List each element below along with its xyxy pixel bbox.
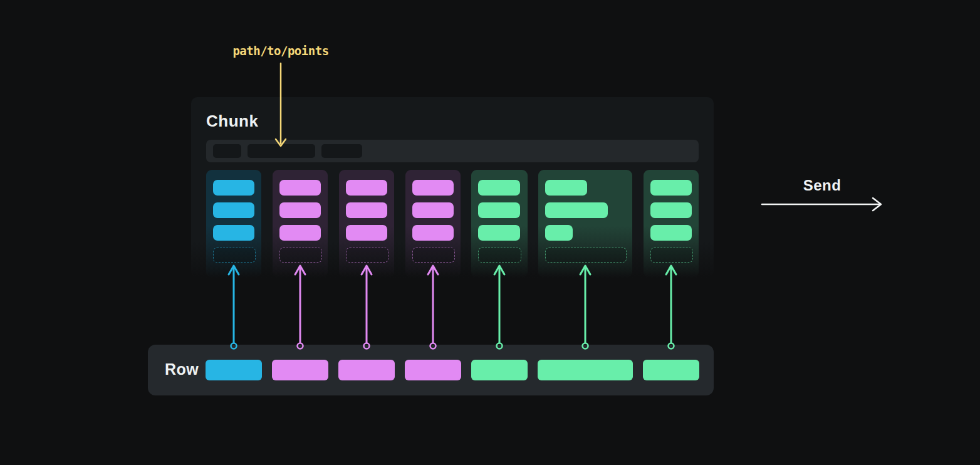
row-cell: [471, 360, 528, 380]
placeholder-slot: [650, 248, 693, 263]
field-block: [213, 202, 254, 218]
chunk-column-green: [538, 170, 632, 278]
placeholder-slot: [412, 248, 455, 263]
flow-arrow: [295, 266, 305, 349]
flow-arrow: [428, 266, 438, 349]
chunk-title: Chunk: [206, 112, 258, 131]
chunk-column-violet: [405, 170, 461, 278]
row-cell: [405, 360, 461, 380]
flow-arrow: [362, 266, 372, 349]
field-block: [478, 180, 520, 196]
field-block: [545, 225, 573, 241]
chunk-column-violet: [339, 170, 394, 278]
field-block: [279, 225, 321, 241]
flow-arrow: [666, 266, 676, 349]
toolbar-pill: [321, 144, 362, 158]
field-block: [478, 225, 520, 241]
field-block: [545, 180, 587, 196]
toolbar-pill: [213, 144, 241, 158]
field-block: [279, 202, 321, 218]
flow-arrow: [229, 266, 239, 349]
field-block: [650, 180, 692, 196]
path-annotation-label: path/to/points: [218, 44, 343, 58]
row-bar: Row: [148, 345, 714, 395]
send-label: Send: [762, 177, 882, 194]
placeholder-slot: [545, 248, 627, 263]
placeholder-slot: [478, 248, 521, 263]
field-block: [412, 225, 454, 241]
field-block: [412, 202, 454, 218]
row-cell: [643, 360, 699, 380]
chunk-column-cyan: [206, 170, 261, 278]
field-block: [346, 225, 387, 241]
placeholder-slot: [213, 248, 256, 263]
send-arrow: [762, 198, 881, 211]
toolbar-pill: [248, 144, 315, 158]
row-cell: [338, 360, 395, 380]
row-label: Row: [165, 360, 199, 379]
field-block: [545, 202, 608, 218]
field-block: [650, 225, 692, 241]
chunk-column-violet: [273, 170, 328, 278]
field-block: [650, 202, 692, 218]
field-block: [346, 180, 387, 196]
chunk-column-green: [471, 170, 528, 278]
field-block: [279, 180, 321, 196]
field-block: [213, 225, 254, 241]
chunk-column-green: [644, 170, 699, 278]
row-cell: [206, 360, 262, 380]
field-block: [346, 202, 387, 218]
flow-arrow: [494, 266, 504, 349]
diagram-canvas: path/to/points Chunk Row Send: [0, 0, 980, 465]
field-block: [412, 180, 454, 196]
field-block: [213, 180, 254, 196]
row-cell: [538, 360, 633, 380]
placeholder-slot: [279, 248, 322, 263]
field-block: [478, 202, 520, 218]
placeholder-slot: [346, 248, 388, 263]
row-cell: [272, 360, 328, 380]
chunk-toolbar: [206, 140, 699, 162]
flow-arrow: [580, 266, 590, 349]
